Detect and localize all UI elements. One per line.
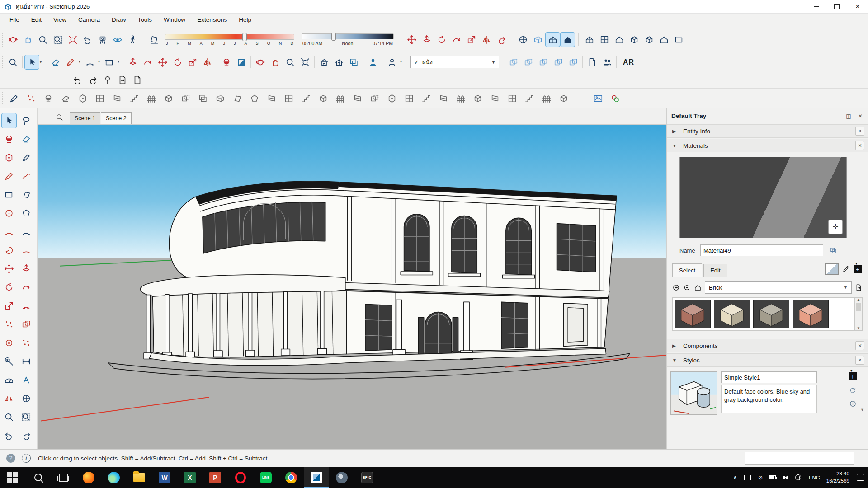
pan-button[interactable]: ▾ xyxy=(20,32,35,47)
extension-tool-33-button[interactable] xyxy=(555,91,572,106)
search-icon[interactable] xyxy=(56,113,63,121)
view-right-button[interactable] xyxy=(627,32,642,47)
push-pull-button[interactable]: ▾ xyxy=(125,55,140,70)
tool-button[interactable] xyxy=(1,409,17,425)
zoom-window-button[interactable]: ▾ xyxy=(50,32,65,47)
styles-header[interactable]: ▼ Styles ✕ xyxy=(667,353,868,367)
tool-button[interactable] xyxy=(1,150,17,165)
tool-button[interactable] xyxy=(19,150,34,165)
extension-tool-31-button[interactable] xyxy=(521,91,538,106)
extension-tool-15-button[interactable] xyxy=(246,91,263,106)
tool-button[interactable] xyxy=(19,113,34,128)
extension-tool-11-button[interactable] xyxy=(177,91,194,106)
in-model-home-icon[interactable] xyxy=(694,284,702,291)
tool-button[interactable] xyxy=(19,131,34,147)
flip-button[interactable]: ▾ xyxy=(200,55,215,70)
network-icon[interactable] xyxy=(794,473,802,482)
add-style-icon[interactable]: ＋ xyxy=(849,372,857,380)
tool-button[interactable] xyxy=(19,335,34,351)
view-top-button[interactable] xyxy=(597,32,612,47)
add-material-icon[interactable]: ＋ xyxy=(854,265,862,273)
menu-item[interactable]: File xyxy=(5,15,24,24)
close-button[interactable] xyxy=(847,0,868,14)
active-material-chip[interactable] xyxy=(825,263,839,275)
tool-button[interactable] xyxy=(1,280,17,295)
tray-pin-icon[interactable]: ◫ xyxy=(844,112,853,120)
context-help-icon[interactable]: ? xyxy=(6,454,15,463)
extension-tool-26-button[interactable] xyxy=(435,91,452,106)
extension-tool-5-button[interactable] xyxy=(74,91,91,106)
move-button[interactable] xyxy=(404,32,419,47)
walk-button[interactable]: ▾ xyxy=(125,32,140,47)
look-around-button[interactable]: ▾ xyxy=(110,32,125,47)
zoom-extents-button[interactable]: ▾ xyxy=(65,32,80,47)
minimize-button[interactable] xyxy=(806,0,826,14)
taskbar-app[interactable] xyxy=(278,467,304,488)
tab-edit[interactable]: Edit xyxy=(703,264,727,277)
tool-button[interactable] xyxy=(19,224,34,239)
share-model-button[interactable]: ▾ xyxy=(331,55,346,70)
ar-view-button[interactable]: AR xyxy=(623,58,634,66)
model-canvas[interactable] xyxy=(38,108,666,449)
taskbar-app[interactable] xyxy=(0,467,25,488)
materials-header[interactable]: ▼ Materials ✕ xyxy=(667,139,868,152)
extension-tool-3-button[interactable] xyxy=(40,91,57,106)
extension-tool-16-button[interactable] xyxy=(263,91,280,106)
tool-button[interactable] xyxy=(1,243,17,258)
document-button[interactable] xyxy=(130,72,145,87)
components-header[interactable]: ▶ Components ✕ xyxy=(667,339,868,352)
select-button[interactable]: ▾ xyxy=(24,55,39,70)
view-back-button[interactable] xyxy=(642,32,656,47)
tool-button[interactable] xyxy=(1,169,17,184)
close-section-icon[interactable]: ✕ xyxy=(855,141,864,150)
tool-button[interactable] xyxy=(19,354,34,369)
hidden-line-button[interactable] xyxy=(545,32,560,47)
follow-me-button[interactable] xyxy=(449,32,464,47)
shadows-toggle-button[interactable] xyxy=(146,32,161,47)
material-swatch[interactable] xyxy=(675,300,711,328)
tool-button[interactable] xyxy=(19,187,34,202)
view-front-button[interactable] xyxy=(612,32,627,47)
extension-tool-8-button[interactable] xyxy=(126,91,143,106)
material-swatch[interactable] xyxy=(753,300,789,328)
close-section-icon[interactable]: ✕ xyxy=(855,341,864,350)
3d-warehouse-button[interactable]: ▾ xyxy=(316,55,331,70)
taskbar-app[interactable] xyxy=(127,467,152,488)
extension-tool-1-button[interactable] xyxy=(5,91,23,106)
scene-tab[interactable]: Scene 2 xyxy=(101,112,132,124)
eyedropper-icon[interactable] xyxy=(842,265,850,273)
export-button[interactable] xyxy=(115,72,130,87)
create-style-icon[interactable] xyxy=(849,400,857,408)
tab-select[interactable]: Select xyxy=(672,263,702,277)
pin-button[interactable] xyxy=(100,72,115,87)
tool-button[interactable] xyxy=(19,261,34,277)
month-slider-handle[interactable] xyxy=(242,33,247,41)
position-camera-button[interactable]: ▾ xyxy=(95,32,110,47)
entity-info-header[interactable]: ▶ Entity Info ✕ xyxy=(667,124,868,138)
tray-close-icon[interactable]: ✕ xyxy=(856,112,864,120)
view-iso-button[interactable] xyxy=(582,32,597,47)
tool-button[interactable] xyxy=(1,428,17,443)
scene-tab[interactable]: Scene 1 xyxy=(70,112,100,124)
tool-button[interactable] xyxy=(19,206,34,221)
collaborate-button[interactable] xyxy=(599,55,614,70)
push-pull-button[interactable] xyxy=(419,32,434,47)
menu-item[interactable]: Draw xyxy=(107,15,131,24)
menu-item[interactable]: Edit xyxy=(26,15,47,24)
tool-button[interactable] xyxy=(1,354,17,369)
tool-button[interactable] xyxy=(19,169,34,184)
extension-tool-7-button[interactable] xyxy=(108,91,126,106)
follow-me-button[interactable]: ▾ xyxy=(140,55,155,70)
menu-item[interactable]: Window xyxy=(159,15,190,24)
pan-button[interactable]: ▾ xyxy=(268,55,283,70)
tool-button[interactable] xyxy=(19,298,34,314)
time-slider-handle[interactable] xyxy=(331,33,336,41)
tool-button[interactable] xyxy=(1,335,17,351)
taskbar-app[interactable] xyxy=(101,467,127,488)
image-tool-button[interactable] xyxy=(590,91,607,106)
extension-tool-2-button[interactable] xyxy=(23,91,40,106)
line-button[interactable]: ▾ xyxy=(63,55,78,70)
material-collection-dropdown[interactable]: Brick ▼ xyxy=(705,281,852,294)
taskbar-app[interactable]: EPIC xyxy=(354,467,380,488)
extension-tool-30-button[interactable] xyxy=(504,91,521,106)
